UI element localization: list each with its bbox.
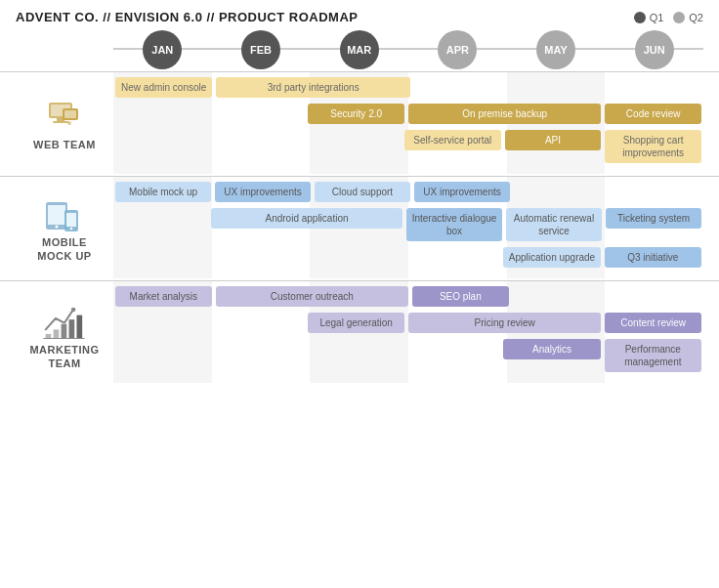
mobile-task-appupgrade: Application upgrade [501, 247, 602, 271]
mkt-task-outreach: Customer outreach [214, 286, 410, 310]
mobile-task-ux1: UX improvements [213, 182, 313, 205]
web-task-onpremise: On premise backup [406, 104, 603, 127]
mkt-task-perf: Performance management [603, 339, 703, 375]
web-tasks-area: New admin console 3rd party integrations… [113, 77, 703, 169]
mobile-task-ticketing-card: Ticketing system [606, 208, 701, 229]
q2-label: Q2 [689, 12, 703, 23]
marketing-row-1: Market analysis Customer outreach SEO pl… [113, 286, 703, 310]
q1-dot [634, 12, 646, 23]
web-task-3rdparty: 3rd party integrations [214, 77, 412, 101]
month-bubble-apr: APR [438, 30, 477, 69]
svg-point-6 [67, 121, 71, 125]
month-jan: JAN [113, 30, 212, 69]
month-bubble-may: MAY [536, 30, 575, 69]
web-task-selfservice-card: Self-service portal [404, 130, 501, 150]
month-mar: MAR [310, 30, 408, 69]
month-apr: APR [408, 30, 507, 69]
mobile-icon [43, 192, 86, 235]
mkt-task-analytics: Analytics [501, 339, 602, 375]
mkt-task-market-card: Market analysis [115, 286, 212, 307]
mkt-task-content-card: Content review [605, 313, 701, 333]
web-task-new-admin-card: New admin console [115, 77, 212, 98]
web-task-api: API [503, 130, 604, 166]
month-bubble-jun: JUN [635, 30, 674, 69]
svg-rect-17 [69, 319, 75, 338]
marketing-icon [40, 294, 89, 343]
mobile-task-dialogue: Interactive dialogue box [404, 208, 504, 244]
mobile-task-mockup-card: Mobile mock up [115, 182, 211, 202]
month-jun: JUN [605, 30, 703, 69]
web-row2-spacer1 [113, 104, 306, 127]
svg-rect-15 [54, 329, 60, 338]
mobile-tasks-area: Mobile mock up UX improvements Cloud sup… [113, 182, 703, 273]
title-suffix: // PRODUCT ROADMAP [202, 10, 358, 24]
web-task-shoppingcart: Shopping cart improvements [603, 130, 703, 166]
web-task-security-card: Security 2.0 [308, 104, 404, 124]
marketing-tasks: Market analysis Customer outreach SEO pl… [113, 281, 703, 383]
mkt-task-pricing-card: Pricing review [408, 313, 601, 333]
svg-rect-18 [77, 315, 83, 338]
mobile-task-q3-card: Q3 initiative [605, 247, 701, 268]
mkt-task-market: Market analysis [113, 286, 214, 310]
web-row-3: Self-service portal API Shopping cart im… [113, 130, 703, 166]
marketing-row-3: Analytics Performance management [113, 339, 703, 375]
web-team-tasks: New admin console 3rd party integrations… [113, 72, 703, 174]
svg-rect-8 [48, 205, 65, 225]
mobile-icon-area: MOBILEMOCK UP [16, 177, 113, 278]
mkt-task-seo: SEO plan [410, 286, 511, 310]
month-feb: FEB [212, 30, 311, 69]
svg-point-12 [70, 228, 72, 230]
web-task-shoppingcart-card: Shopping cart improvements [605, 130, 701, 163]
mobile-task-cloud: Cloud support [313, 182, 412, 205]
mkt-task-content: Content review [603, 313, 703, 336]
legend-q2: Q2 [673, 12, 703, 23]
page-title: ADVENT CO. // ENVISION 6.0 // PRODUCT RO… [16, 10, 358, 24]
web-team-icon [43, 95, 86, 138]
web-team-section: WEB TEAM New admin console 3rd party int… [0, 71, 719, 174]
mobile-task-ux2: UX improvements [412, 182, 512, 205]
svg-rect-5 [64, 110, 76, 118]
legend-q1: Q1 [634, 12, 664, 23]
mkt-task-legal: Legal generation [306, 313, 406, 336]
svg-rect-14 [46, 334, 52, 339]
mobile-task-ticketing: Ticketing system [604, 208, 703, 244]
marketing-label: MARKETINGTEAM [29, 343, 99, 371]
mobile-tasks: Mobile mock up UX improvements Cloud sup… [113, 177, 703, 278]
month-bubble-mar: MAR [340, 30, 379, 69]
mobile-row-2: Android application Interactive dialogue… [113, 208, 703, 244]
mkt-task-pricing: Pricing review [406, 313, 603, 336]
mobile-task-cloud-card: Cloud support [315, 182, 410, 202]
mobile-task-android: Android application [209, 208, 404, 244]
mobile-label: MOBILEMOCK UP [37, 235, 91, 264]
title-prefix: ADVENT CO. // [16, 10, 115, 24]
web-team-icon-area: WEB TEAM [16, 72, 113, 174]
q2-dot [673, 12, 685, 23]
web-task-codereview: Code review [603, 104, 703, 127]
mobile-task-renewal: Automatic renewal service [504, 208, 604, 244]
mkt-task-analytics-card: Analytics [503, 339, 600, 359]
mobile-row-3: Application upgrade Q3 initiative [113, 247, 703, 271]
web-task-selfservice: Self-service portal [402, 130, 503, 166]
marketing-section: MARKETINGTEAM Market analysis Customer o… [0, 280, 719, 383]
mkt-task-legal-card: Legal generation [308, 313, 404, 333]
marketing-tasks-area: Market analysis Customer outreach SEO pl… [113, 286, 703, 378]
title-bold: ENVISION 6.0 [115, 10, 203, 24]
mkt-task-outreach-card: Customer outreach [216, 286, 408, 307]
mkt-task-seo-card: SEO plan [412, 286, 509, 307]
web-task-api-card: API [505, 130, 602, 150]
month-bubble-feb: FEB [241, 30, 280, 69]
web-task-codereview-card: Code review [605, 104, 701, 124]
mobile-task-appupgrade-card: Application upgrade [503, 247, 600, 268]
mobile-task-q3: Q3 initiative [603, 247, 703, 271]
mobile-task-renewal-card: Automatic renewal service [506, 208, 602, 241]
web-task-security: Security 2.0 [306, 104, 406, 127]
page-header: ADVENT CO. // ENVISION 6.0 // PRODUCT RO… [0, 0, 719, 30]
mobile-task-dialogue-card: Interactive dialogue box [406, 208, 502, 241]
legend: Q1 Q2 [634, 12, 703, 23]
marketing-row-2: Legal generation Pricing review Content … [113, 313, 703, 336]
svg-point-13 [71, 307, 76, 312]
web-task-new-admin: New admin console [113, 77, 214, 101]
mobile-task-mockup: Mobile mock up [113, 182, 213, 205]
web-row3-spacer1 [113, 130, 402, 166]
svg-rect-16 [62, 323, 67, 338]
